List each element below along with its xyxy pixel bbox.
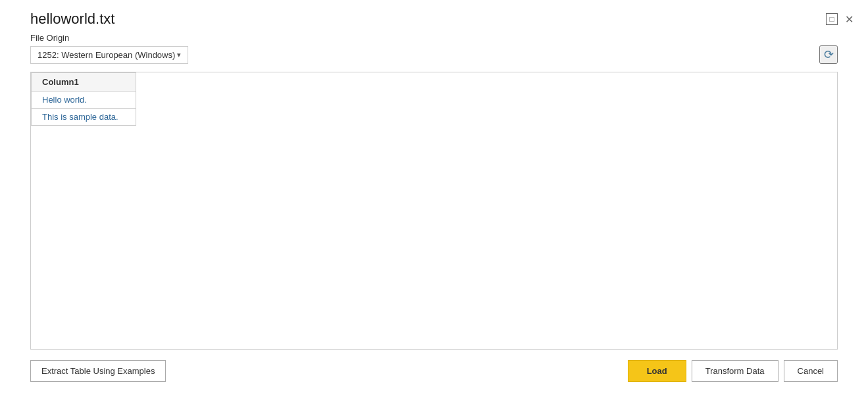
table-cell: Hello world. [32, 92, 136, 109]
title-bar: helloworld.txt □ ✕ [0, 0, 868, 33]
footer: Extract Table Using Examples Load Transf… [0, 350, 868, 395]
table-cell: This is sample data. [32, 109, 136, 126]
close-button[interactable]: ✕ [843, 13, 855, 25]
close-icon: ✕ [845, 13, 854, 26]
load-button[interactable]: Load [628, 360, 686, 382]
content-area: File Origin 1252: Western European (Wind… [0, 33, 868, 350]
maximize-icon: □ [829, 14, 834, 24]
file-origin-label: File Origin [30, 33, 838, 43]
data-table-container: Column1 Hello world.This is sample data. [30, 72, 838, 350]
footer-right-buttons: Load Transform Data Cancel [628, 360, 838, 382]
table-row: This is sample data. [32, 109, 136, 126]
refresh-button[interactable]: ⟳ [819, 45, 838, 64]
file-origin-dropdown[interactable]: 1252: Western European (Windows) ▾ [30, 46, 188, 64]
chevron-down-icon: ▾ [177, 51, 181, 59]
file-origin-value: 1252: Western European (Windows) [38, 50, 175, 60]
extract-table-button[interactable]: Extract Table Using Examples [30, 360, 166, 382]
column-header-1: Column1 [32, 73, 136, 92]
window-title: helloworld.txt [30, 11, 115, 28]
transform-data-button[interactable]: Transform Data [692, 360, 779, 382]
maximize-button[interactable]: □ [826, 13, 838, 25]
table-header-row: Column1 [32, 73, 136, 92]
cancel-button[interactable]: Cancel [784, 360, 838, 382]
refresh-icon: ⟳ [824, 47, 834, 62]
table-row: Hello world. [32, 92, 136, 109]
data-table: Column1 Hello world.This is sample data. [31, 72, 136, 126]
window-controls: □ ✕ [826, 13, 855, 25]
file-origin-section: File Origin 1252: Western European (Wind… [30, 33, 838, 64]
file-origin-row: 1252: Western European (Windows) ▾ ⟳ [30, 45, 838, 64]
main-window: helloworld.txt □ ✕ File Origin 1252: Wes… [0, 0, 868, 395]
